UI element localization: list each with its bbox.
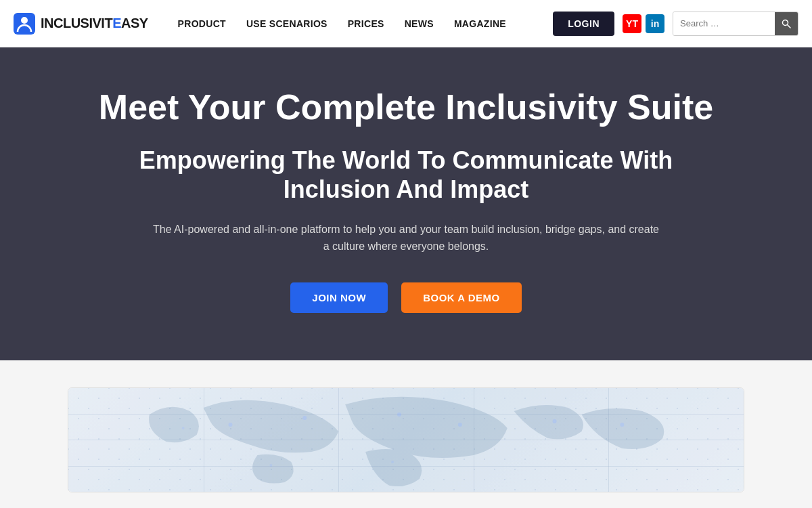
svg-point-8 bbox=[553, 419, 557, 423]
search-input[interactable] bbox=[673, 12, 775, 35]
svg-point-5 bbox=[302, 416, 307, 420]
svg-point-9 bbox=[620, 423, 624, 427]
hero-buttons: JOIN NOW BOOK A DEMO bbox=[290, 282, 521, 313]
navbar: INCLUSIVITEASY PRODUCT USE SCENARIOS PRI… bbox=[0, 0, 812, 47]
svg-point-6 bbox=[397, 412, 401, 417]
nav-news[interactable]: NEWS bbox=[395, 13, 443, 35]
social-icons: YT in bbox=[623, 14, 664, 33]
youtube-icon[interactable]: YT bbox=[623, 14, 641, 33]
map-card bbox=[68, 387, 744, 492]
map-placeholder bbox=[68, 388, 744, 492]
svg-point-11 bbox=[269, 464, 272, 467]
nav-product[interactable]: PRODUCT bbox=[168, 13, 235, 35]
svg-point-10 bbox=[182, 427, 185, 429]
svg-point-7 bbox=[458, 423, 462, 427]
hero-headline: Meet Your Complete Inclusivity Suite bbox=[99, 88, 713, 127]
hero-section: Meet Your Complete Inclusivity Suite Emp… bbox=[0, 47, 812, 360]
search-button[interactable] bbox=[775, 12, 798, 35]
svg-point-1 bbox=[21, 17, 28, 24]
below-hero-section bbox=[0, 360, 812, 508]
world-map-svg bbox=[68, 388, 744, 492]
search-box bbox=[673, 12, 798, 36]
hero-description: The AI-powered and all-in-one platform t… bbox=[152, 221, 660, 255]
nav-right: LOGIN YT in bbox=[553, 12, 798, 36]
logo-text: INCLUSIVITEASY bbox=[41, 16, 148, 31]
logo-link[interactable]: INCLUSIVITEASY bbox=[14, 13, 148, 35]
search-icon bbox=[782, 19, 791, 28]
nav-links: PRODUCT USE SCENARIOS PRICES NEWS MAGAZI… bbox=[168, 13, 554, 35]
svg-line-3 bbox=[788, 24, 791, 28]
nav-prices[interactable]: PRICES bbox=[338, 13, 394, 35]
join-now-button[interactable]: JOIN NOW bbox=[290, 282, 388, 313]
linkedin-icon[interactable]: in bbox=[646, 14, 664, 33]
nav-magazine[interactable]: MAGAZINE bbox=[445, 13, 516, 35]
logo-icon bbox=[14, 13, 35, 35]
login-button[interactable]: LOGIN bbox=[553, 12, 614, 36]
nav-use-scenarios[interactable]: USE SCENARIOS bbox=[237, 13, 337, 35]
svg-point-4 bbox=[229, 423, 233, 427]
svg-point-12 bbox=[391, 461, 394, 463]
book-demo-button[interactable]: BOOK A DEMO bbox=[401, 282, 522, 313]
hero-subheadline: Empowering The World To Communicate With… bbox=[102, 146, 710, 204]
